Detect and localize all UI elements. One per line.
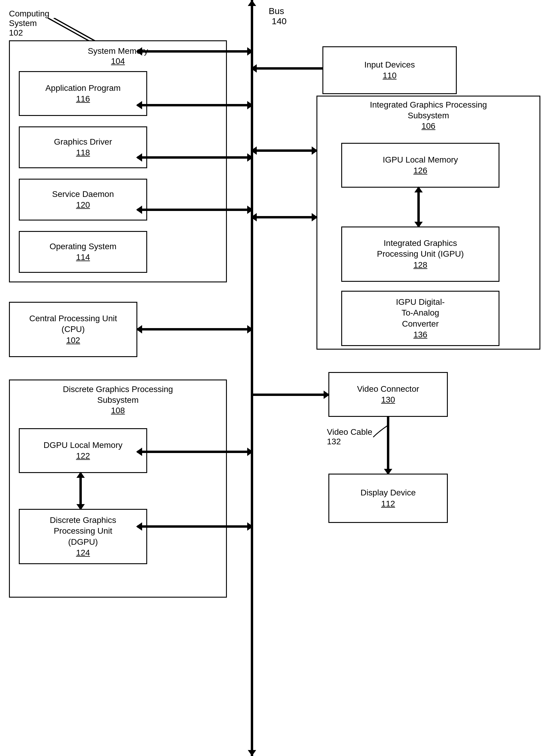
igpu-local-memory-box: IGPU Local Memory 126 bbox=[341, 143, 500, 188]
dgpu-local-memory-box: DGPU Local Memory 122 bbox=[19, 428, 147, 473]
dgpu-lm-to-dgpu-line bbox=[80, 473, 82, 509]
video-connector-box: Video Connector 130 bbox=[328, 372, 448, 417]
input-devices-box: Input Devices 110 bbox=[322, 46, 457, 94]
diagram: ComputingSystem102 Bus140 System Memory … bbox=[0, 0, 552, 756]
bus-line bbox=[251, 0, 253, 756]
operating-system-box: Operating System 114 bbox=[19, 231, 147, 273]
igpu-lm-bus-arrow bbox=[252, 149, 316, 152]
dgpu-box: Discrete GraphicsProcessing Unit(DGPU) 1… bbox=[19, 509, 147, 564]
bus-to-video-connector-arrow bbox=[252, 394, 328, 396]
cpu-bus-arrow bbox=[137, 328, 252, 330]
app-program-bus-arrow bbox=[137, 50, 252, 52]
graphics-driver-bus-arrow bbox=[137, 104, 252, 106]
graphics-driver-box: Graphics Driver 118 bbox=[19, 126, 147, 168]
video-cable-curve bbox=[370, 424, 394, 439]
bus-label: Bus140 bbox=[269, 6, 287, 26]
computing-system-label: ComputingSystem102 bbox=[9, 9, 49, 38]
igps-outer-box: Integrated Graphics ProcessingSubsystem … bbox=[316, 96, 540, 350]
system-memory-outer-box: System Memory 104 Application Program 11… bbox=[9, 40, 227, 283]
igps-label: Integrated Graphics ProcessingSubsystem … bbox=[317, 100, 539, 131]
igpu-lm-to-igpu-line bbox=[417, 188, 420, 226]
dgps-outer-box: Discrete Graphics ProcessingSubsystem 10… bbox=[9, 380, 227, 598]
bus-bottom-arrow bbox=[250, 738, 254, 756]
service-daemon-box: Service Daemon 120 bbox=[19, 179, 147, 221]
video-cable-label: Video Cable132 bbox=[327, 427, 372, 446]
igpu-bus-arrow bbox=[252, 216, 316, 218]
display-device-box: Display Device 112 bbox=[328, 473, 448, 523]
os-bus-arrow bbox=[137, 209, 252, 211]
application-program-box: Application Program 116 bbox=[19, 71, 147, 116]
input-devices-arrow-line bbox=[252, 67, 322, 70]
bus-top-arrow bbox=[250, 0, 254, 18]
cpu-box: Central Processing Unit(CPU) 102 bbox=[9, 302, 137, 357]
system-memory-label: System Memory 104 bbox=[10, 46, 226, 66]
igpu-box: Integrated GraphicsProcessing Unit (IGPU… bbox=[341, 226, 500, 282]
video-connector-to-display-line bbox=[387, 417, 389, 473]
igpu-dac-box: IGPU Digital-To-AnalogConverter 136 bbox=[341, 291, 500, 346]
dgps-label: Discrete Graphics ProcessingSubsystem 10… bbox=[10, 384, 226, 415]
dgpu-lm-bus-arrow bbox=[137, 451, 252, 453]
service-daemon-bus-arrow bbox=[137, 156, 252, 159]
dgpu-bus-arrow bbox=[137, 525, 252, 528]
